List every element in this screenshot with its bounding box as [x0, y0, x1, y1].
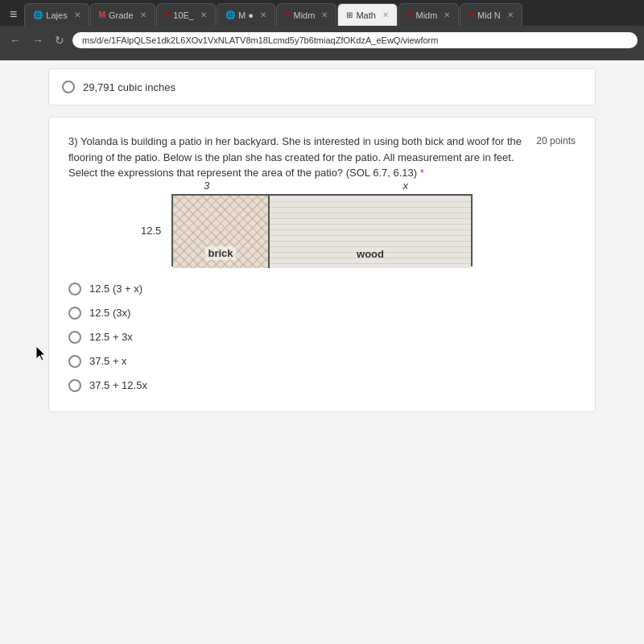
wood-section: wood [270, 196, 471, 268]
choice-d-radio[interactable] [68, 355, 81, 368]
choice-c-row: 12.5 + 3x [68, 331, 576, 344]
answer-choices: 12.5 (3 + x) 12.5 (3x) 12.5 + 3x 37.5 + … [68, 283, 576, 392]
choice-b-text: 12.5 (3x) [89, 307, 130, 319]
prev-answer-card: 29,791 cubic inches [48, 68, 596, 105]
browser-menu-icon[interactable]: ≡ [3, 7, 23, 22]
tab-grades[interactable]: M Grade ✕ [90, 3, 155, 26]
choice-a-radio[interactable] [68, 283, 81, 295]
points-badge: 20 points [536, 135, 576, 147]
prev-answer-text: 29,791 cubic inches [83, 81, 175, 93]
choice-e-text: 37.5 + 12.5x [89, 379, 147, 391]
tab-lajes-close[interactable]: ✕ [74, 10, 80, 19]
wood-label: wood [357, 248, 384, 260]
tab-midn-icon: A [469, 10, 474, 19]
prev-radio-button[interactable] [62, 80, 75, 93]
tab-grades-icon: M [99, 10, 105, 19]
brick-section: brick [173, 196, 270, 268]
choice-b-row: 12.5 (3x) [68, 307, 576, 320]
tab-midm2-label: Midm [416, 10, 438, 20]
width-wood-label: x [403, 180, 409, 192]
tab-midn-close[interactable]: ✕ [507, 10, 514, 19]
question-3-card: 3) Yolanda is building a patio in her ba… [48, 117, 596, 412]
brick-label: brick [204, 246, 236, 260]
forward-button[interactable]: → [29, 32, 47, 48]
tab-math-close[interactable]: ✕ [382, 10, 389, 19]
diagram-wrapper: 3 x 12.5 brick wood [171, 194, 473, 266]
tab-grades-label: Grade [109, 10, 134, 20]
choice-e-radio[interactable] [68, 379, 81, 392]
reload-button[interactable]: ↻ [52, 32, 68, 48]
question-text: 3) Yolanda is building a patio in her ba… [68, 134, 536, 181]
address-text: ms/d/e/1FAlpQLSe1dk2L6XOv1VxNLATV8m18Lcm… [82, 35, 438, 45]
address-bar-row: ← → ↻ ms/d/e/1FAlpQLSe1dk2L6XOv1VxNLATV8… [0, 26, 644, 55]
tab-math-icon: ⊞ [346, 10, 353, 19]
tab-m-label: M ● [238, 10, 254, 20]
tab-m-icon: 🌐 [225, 10, 235, 19]
tab-lajes-icon: 🌐 [33, 10, 43, 19]
tab-midn[interactable]: A Mid N ✕ [460, 3, 522, 26]
tab-midn-label: Mid N [477, 10, 501, 20]
tab-midm1-icon: A [285, 10, 291, 19]
tab-midm2[interactable]: A Midm ✕ [398, 3, 460, 26]
prev-radio-option: 29,791 cubic inches [62, 80, 582, 93]
patio-diagram: brick wood [171, 194, 473, 266]
choice-a-text: 12.5 (3 + x) [89, 283, 142, 295]
choice-a-row: 12.5 (3 + x) [68, 283, 576, 295]
choice-b-radio[interactable] [68, 307, 81, 320]
question-header: 3) Yolanda is building a patio in her ba… [68, 134, 576, 181]
tab-midm2-icon: A [407, 10, 413, 19]
choice-c-text: 12.5 + 3x [89, 331, 133, 343]
height-label: 12.5 [141, 225, 161, 237]
tab-10e[interactable]: A 10E_ ✕ [156, 3, 216, 26]
browser-chrome: ≡ 🌐 Lajes ✕ M Grade ✕ A 10E_ ✕ 🌐 M ● ✕ A… [0, 0, 644, 60]
tab-10e-label: 10E_ [173, 10, 194, 20]
diagram-container: 3 x 12.5 brick wood [68, 194, 576, 266]
tab-10e-close[interactable]: ✕ [200, 10, 207, 19]
tab-m-close[interactable]: ✕ [260, 10, 266, 19]
choice-c-radio[interactable] [68, 331, 81, 344]
tab-m[interactable]: 🌐 M ● ✕ [217, 3, 275, 26]
tab-grades-close[interactable]: ✕ [140, 10, 147, 19]
question-body: 3) Yolanda is building a patio in her ba… [68, 135, 522, 179]
tab-midm1[interactable]: A Midm ✕ [276, 3, 337, 26]
back-button[interactable]: ← [6, 32, 24, 48]
page-content: 29,791 cubic inches 3) Yolanda is buildi… [0, 60, 644, 644]
choice-e-row: 37.5 + 12.5x [68, 379, 576, 392]
tab-lajes-label: Lajes [46, 10, 67, 20]
required-marker: * [420, 167, 424, 179]
choice-d-row: 37.5 + x [68, 355, 576, 368]
address-bar[interactable]: ms/d/e/1FAlpQLSe1dk2L6XOv1VxNLATV8m18Lcm… [72, 32, 638, 48]
tab-math-label: Math [356, 10, 375, 20]
tab-10e-icon: A [165, 10, 171, 19]
tab-midm1-close[interactable]: ✕ [321, 10, 328, 19]
tab-midm2-close[interactable]: ✕ [444, 10, 450, 19]
tab-midm1-label: Midm [293, 10, 315, 20]
tab-lajes[interactable]: 🌐 Lajes ✕ [24, 3, 89, 26]
tab-bar: ≡ 🌐 Lajes ✕ M Grade ✕ A 10E_ ✕ 🌐 M ● ✕ A… [0, 0, 644, 26]
tab-math[interactable]: ⊞ Math ✕ [337, 3, 397, 26]
width-brick-label: 3 [204, 180, 209, 192]
choice-d-text: 37.5 + x [89, 355, 127, 367]
